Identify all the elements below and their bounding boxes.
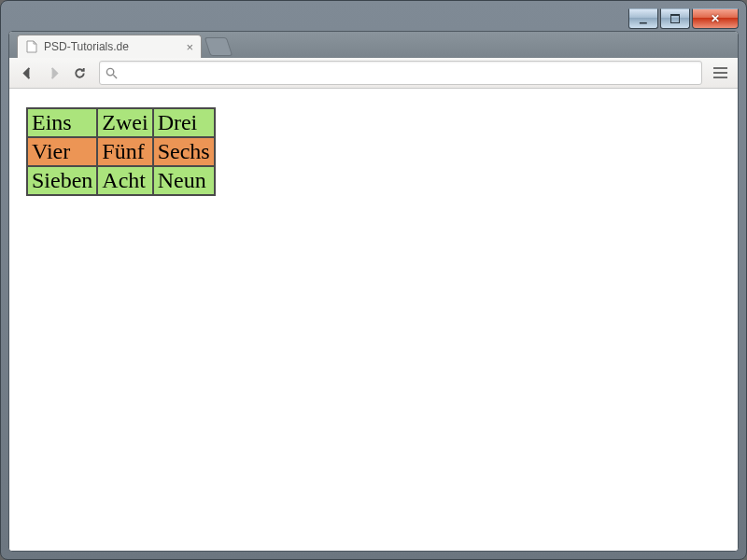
search-icon [106, 67, 118, 79]
new-tab-button[interactable] [204, 37, 233, 56]
table-cell: Eins [27, 108, 97, 137]
svg-line-1 [113, 75, 117, 78]
browser-toolbar [9, 58, 738, 89]
table-row: Sieben Acht Neun [27, 166, 215, 195]
forward-button[interactable] [41, 61, 65, 85]
table-cell: Zwei [97, 108, 152, 137]
table-cell: Vier [27, 137, 97, 166]
address-bar[interactable] [99, 61, 702, 85]
tab-strip: PSD-Tutorials.de × [9, 32, 738, 58]
page-favicon-icon [25, 40, 38, 53]
page-body: Eins Zwei Drei Vier Fünf Sechs Sieben Ac… [9, 89, 738, 215]
window-minimize-button[interactable]: ▁ [628, 8, 658, 29]
chrome-menu-button[interactable] [708, 61, 732, 85]
browser-tab-active[interactable]: PSD-Tutorials.de × [17, 35, 202, 58]
back-button[interactable] [15, 61, 39, 85]
svg-point-0 [106, 68, 113, 75]
close-icon: ✕ [711, 12, 720, 25]
reload-button[interactable] [67, 61, 92, 85]
table-row: Eins Zwei Drei [27, 108, 215, 137]
table-cell: Drei [153, 108, 215, 137]
window-close-button[interactable]: ✕ [692, 8, 739, 29]
table-row: Vier Fünf Sechs [27, 137, 215, 166]
address-input[interactable] [121, 65, 696, 81]
table-cell: Acht [97, 166, 152, 195]
tab-title: PSD-Tutorials.de [44, 40, 129, 53]
window-frame: ▁ ✕ PSD-Tutorials.de × [0, 0, 747, 560]
arrow-right-icon [47, 66, 61, 80]
tab-close-icon[interactable]: × [186, 40, 193, 54]
reload-icon [73, 66, 87, 80]
demo-table-body: Eins Zwei Drei Vier Fünf Sechs Sieben Ac… [27, 108, 215, 195]
minimize-icon: ▁ [640, 14, 647, 23]
maximize-icon [670, 14, 680, 23]
arrow-left-icon [21, 66, 35, 80]
table-cell: Sieben [27, 166, 97, 195]
window-maximize-button[interactable] [660, 8, 690, 29]
table-cell: Sechs [153, 137, 215, 166]
table-cell: Fünf [97, 137, 152, 166]
browser-chrome: PSD-Tutorials.de × [8, 31, 739, 552]
hamburger-icon [713, 67, 727, 69]
page-viewport: Eins Zwei Drei Vier Fünf Sechs Sieben Ac… [9, 89, 738, 551]
window-titlebar: ▁ ✕ [8, 8, 739, 29]
demo-table: Eins Zwei Drei Vier Fünf Sechs Sieben Ac… [26, 107, 216, 196]
table-cell: Neun [153, 166, 215, 195]
